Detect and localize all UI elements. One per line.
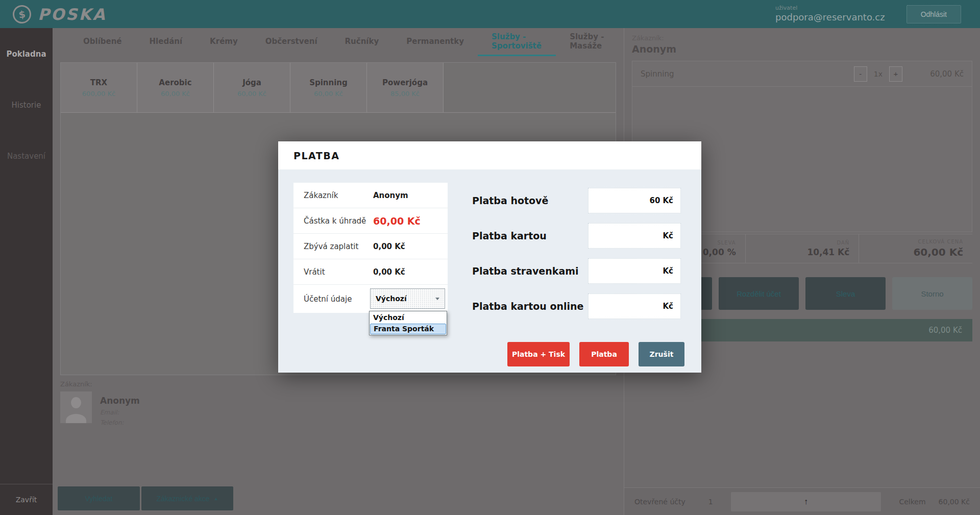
logout-button[interactable]: Odhlásit [906, 5, 961, 23]
sidebar-close-button[interactable]: Zavřít [0, 484, 53, 515]
customer-name: Anonym [100, 396, 140, 406]
customer-action-buttons: Vyhledat Zákaznické akce ▲ [58, 486, 233, 510]
avatar-person-icon [71, 397, 81, 408]
summary-label: Zákazník [304, 191, 338, 200]
product-tiles: TRX 600,00 Kč Aerobic 60,00 Kč Jóga 60,0… [61, 63, 616, 113]
vouchers-amount-box[interactable]: Kč [588, 258, 681, 284]
customer-email-label: Email: [100, 409, 140, 416]
summary-row-remaining: Zbývá zaplatit 0,00 Kč [293, 234, 448, 259]
product-name: Jóga [242, 78, 261, 87]
user-email: podpora@reservanto.cz [775, 12, 885, 23]
cancel-button[interactable]: Zrušit [639, 342, 684, 366]
product-price: 60,00 Kč [314, 90, 343, 97]
tab-permanentky[interactable]: Permanentky [393, 28, 478, 56]
accounting-label: Účetní údaje [304, 295, 352, 304]
search-customer-button[interactable]: Vyhledat [58, 486, 140, 510]
payment-field-card: Platba kartou Kč [472, 223, 681, 249]
qty-plus-button[interactable]: + [889, 66, 902, 82]
customer-actions-button[interactable]: Zákaznické akce ▲ [141, 486, 233, 510]
summary-row-amount-due: Částka k úhradě 60,00 Kč [293, 208, 448, 234]
coin-icon: $ [12, 4, 33, 24]
card-amount-input[interactable] [604, 231, 660, 240]
summary-row-change: Vrátit 0,00 Kč [293, 259, 448, 285]
card-online-amount-box[interactable]: Kč [588, 293, 681, 319]
pay-bar-amount: 60,00 Kč [928, 326, 962, 335]
tab-hledani[interactable]: Hledání [136, 28, 197, 56]
summary-row-customer: Zákazník Anonym [293, 183, 448, 208]
dropdown-option-vychozi[interactable]: Výchozí [370, 312, 446, 324]
sidebar-item-historie[interactable]: Historie [0, 101, 53, 110]
summary-row-accounting: Účetní údaje Výchozí [293, 285, 448, 313]
cash-amount-input[interactable] [604, 196, 660, 205]
cart-item-name: Spinning [641, 69, 674, 79]
cart-item-price: 60,00 Kč [918, 69, 964, 79]
tax-label: DAŇ [837, 240, 849, 246]
customer-info: Anonym Email: Telefon: [100, 391, 140, 426]
payment-field-card-online: Platba kartou online Kč [472, 293, 681, 319]
tab-obcerstveni[interactable]: Občerstvení [252, 28, 331, 56]
payment-field-vouchers: Platba stravenkami Kč [472, 258, 681, 284]
qty-value: 1x [874, 70, 883, 78]
amount-due-value: 60,00 Kč [373, 215, 421, 227]
topbar: $ POSKA uživatel podpora@reservanto.cz O… [0, 0, 980, 28]
pay-button[interactable]: Platba [579, 342, 629, 366]
card-amount-box[interactable]: Kč [588, 223, 681, 249]
product-price: 600,00 Kč [82, 90, 115, 97]
payment-modal: PLATBA Zákazník Anonym Částka k úhradě 6… [278, 141, 701, 373]
accounting-select[interactable]: Výchozí [370, 288, 445, 309]
coin-dollar-glyph: $ [18, 8, 26, 20]
grand-total-label: Celkem [899, 498, 925, 506]
cart-customer-name: Anonym [632, 43, 676, 55]
avatar-person-icon [66, 414, 86, 423]
product-name: Aerobic [159, 78, 191, 87]
product-tile-powerjoga[interactable]: Powerjóga 85,00 Kč [367, 63, 444, 112]
tab-kremy[interactable]: Krémy [196, 28, 252, 56]
tab-oblibene[interactable]: Oblíbené [69, 28, 136, 56]
qty-minus-button[interactable]: - [854, 66, 867, 82]
card-online-amount-input[interactable] [604, 302, 660, 311]
cart-customer-label: Zákazník: [632, 34, 676, 42]
app-logo-text: POSKA [38, 5, 106, 23]
total-price-value: 60,00 Kč [913, 246, 963, 258]
payment-field-cash: Platba hotově Kč [472, 188, 681, 213]
tab-rucniky[interactable]: Ručníky [331, 28, 393, 56]
accounting-dropdown: Výchozí Franta Sporták [369, 311, 447, 335]
currency-suffix: Kč [663, 231, 673, 240]
product-tile-trx[interactable]: TRX 600,00 Kč [61, 63, 137, 112]
discount-button[interactable]: Sleva [805, 277, 886, 310]
vouchers-amount-input[interactable] [604, 266, 660, 276]
app-logo: $ POSKA [13, 5, 106, 23]
user-block: uživatel podpora@reservanto.cz [775, 5, 885, 23]
payment-modal-body: Zákazník Anonym Částka k úhradě 60,00 Kč… [278, 169, 701, 373]
customer-footer-label: Zákazník: [60, 380, 140, 388]
product-tile-joga[interactable]: Jóga 60,00 Kč [214, 63, 290, 112]
summary-value: Anonym [373, 191, 408, 200]
collapse-accounts-button[interactable]: ↑ [731, 492, 881, 511]
sidebar-item-pokladna[interactable]: Pokladna [0, 50, 53, 59]
tab-sluzby-masaze[interactable]: Služby - Masáže [556, 28, 624, 56]
product-price: 60,00 Kč [237, 90, 266, 97]
currency-suffix: Kč [663, 266, 673, 276]
discount-label: SLEVA [717, 240, 736, 246]
product-name: TRX [90, 78, 107, 87]
customer-phone-label: Telefon: [100, 419, 140, 426]
product-name: Spinning [309, 78, 348, 87]
product-tile-aerobic[interactable]: Aerobic 60,00 Kč [137, 63, 214, 112]
total-price-label: CELKOVÁ CENA [918, 239, 963, 244]
payment-modal-title: PLATBA [278, 141, 701, 169]
storno-button[interactable]: Storno [892, 277, 972, 310]
cart-item-row: Spinning - 1x + 60,00 Kč [632, 61, 972, 87]
split-account-button[interactable]: Rozdělit účet [719, 277, 799, 310]
chevron-down-icon [435, 298, 439, 300]
dropdown-option-franta-sportak[interactable]: Franta Sporták [370, 324, 446, 334]
open-accounts-label: Otevřené účty [634, 498, 685, 506]
tab-sluzby-sportoviste[interactable]: Služby - Sportoviště [478, 28, 556, 56]
total-price-cell: CELKOVÁ CENA 60,00 Kč [859, 234, 972, 263]
cash-amount-box[interactable]: Kč [588, 188, 681, 213]
sidebar-item-nastaveni[interactable]: Nastavení [0, 152, 53, 161]
currency-suffix: Kč [663, 196, 673, 205]
pay-and-print-button[interactable]: Platba + Tisk [507, 342, 570, 366]
cart-customer-header: Zákazník: Anonym [632, 34, 676, 55]
summary-label: Částka k úhradě [304, 216, 366, 226]
product-tile-spinning[interactable]: Spinning 60,00 Kč [290, 63, 367, 112]
